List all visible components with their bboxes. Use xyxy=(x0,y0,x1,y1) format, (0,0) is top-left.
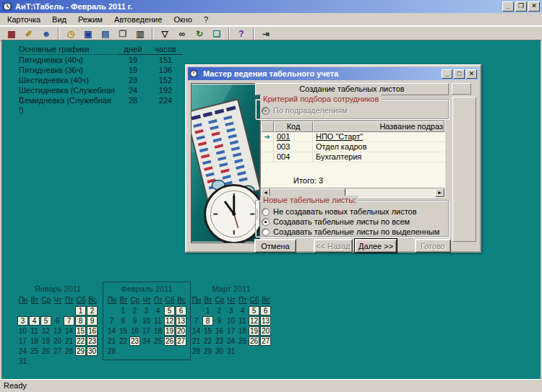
calendar-day[interactable]: 5 xyxy=(249,306,259,315)
table-row[interactable]: 003Отдел кадров xyxy=(261,142,444,152)
calendar-day[interactable]: 28 xyxy=(191,347,202,356)
calendar-day[interactable]: 30 xyxy=(87,347,98,356)
calendar-day[interactable]: 17 xyxy=(225,326,236,336)
calendar-day[interactable]: 14 xyxy=(106,326,117,336)
filter-button[interactable]: ▽ xyxy=(156,27,173,40)
calendar-day[interactable]: 16 xyxy=(214,326,225,336)
timesheet-card-button[interactable]: ▦ xyxy=(3,27,20,40)
dialog-minimize-button[interactable]: _ xyxy=(442,69,452,79)
schedule-row[interactable]: Пятидневка (40ч)19151 xyxy=(19,56,189,66)
calendar-day[interactable]: 15 xyxy=(202,326,213,336)
calendar-day[interactable]: 7 xyxy=(64,316,74,326)
calendar-day[interactable]: 6 xyxy=(52,316,63,326)
print-button[interactable]: ▥ xyxy=(132,27,149,40)
calendar-day[interactable]: 20 xyxy=(176,326,186,336)
calendar-day[interactable]: 3 xyxy=(141,306,152,315)
menu-item-1[interactable]: Вид xyxy=(46,14,72,25)
calendar-day[interactable]: 2 xyxy=(129,306,140,315)
calendar-day[interactable]: 29 xyxy=(75,347,86,356)
table-row[interactable]: 004Бухгалтерия xyxy=(261,152,444,162)
calendar-day[interactable]: 18 xyxy=(237,326,248,336)
dialog-title-bar[interactable]: Мастер ведения табельного учета _ □ ✕ xyxy=(188,67,478,80)
employees-button[interactable]: ☻ xyxy=(38,27,55,40)
calendar-day[interactable]: 17 xyxy=(141,326,152,336)
cards-button[interactable]: ▤ xyxy=(97,27,114,40)
copy-button[interactable]: ❐ xyxy=(114,27,132,40)
calendar-day[interactable]: 25 xyxy=(29,347,40,356)
calendar-day[interactable]: 21 xyxy=(106,336,117,346)
calendar-day[interactable]: 26 xyxy=(164,336,175,346)
exit-button[interactable]: ⇥ xyxy=(257,27,275,40)
calendar-day[interactable]: 9 xyxy=(214,316,225,326)
calendar-day[interactable]: 4 xyxy=(237,306,248,315)
calendar-day[interactable]: 8 xyxy=(202,316,213,326)
calendar-day[interactable]: 15 xyxy=(75,326,86,336)
menu-item-5[interactable]: ? xyxy=(198,14,214,25)
help-button[interactable]: ? xyxy=(233,27,250,40)
calendar-day[interactable]: 8 xyxy=(75,316,86,326)
calendar-day[interactable]: 23 xyxy=(87,336,98,346)
calendar-day[interactable]: 21 xyxy=(64,336,74,346)
calendar-day[interactable]: 1 xyxy=(202,306,213,315)
menu-item-3[interactable]: Автоведение xyxy=(108,14,168,25)
dialog-maximize-button[interactable]: □ xyxy=(454,69,465,79)
calendar-day[interactable]: 26 xyxy=(249,336,259,346)
calendar-day[interactable]: 7 xyxy=(191,316,202,326)
calendar-day[interactable]: 22 xyxy=(75,336,86,346)
close-button[interactable]: ✕ xyxy=(528,1,540,12)
calendar-day[interactable]: 29 xyxy=(202,347,213,356)
wizard-hand-button[interactable]: ✐ xyxy=(20,27,38,40)
calendar-day[interactable]: 11 xyxy=(237,316,248,326)
calendar-day[interactable]: 1 xyxy=(75,306,86,315)
schedule-row[interactable]: Шестидневка (40ч)23152 xyxy=(19,76,189,86)
calendar-day[interactable]: 27 xyxy=(176,336,186,346)
calendar-day[interactable]: 6 xyxy=(260,306,271,315)
calendar-day[interactable]: 17 xyxy=(17,336,28,346)
calendar-day[interactable]: 28 xyxy=(64,347,74,356)
schedule-row[interactable]: Семидневка (Служебная !)28224 xyxy=(19,96,189,106)
calendar-day[interactable]: 7 xyxy=(106,316,117,326)
calendar-day[interactable]: 19 xyxy=(164,326,175,336)
calendar-day[interactable]: 23 xyxy=(214,336,225,346)
calendar-day[interactable]: 20 xyxy=(52,336,63,346)
menu-item-4[interactable]: Окно xyxy=(168,14,198,25)
code-column-header[interactable]: Код xyxy=(274,121,313,132)
calendar-day[interactable]: 23 xyxy=(129,336,140,346)
calendar-day[interactable]: 1 xyxy=(118,306,129,315)
schedule-row[interactable]: Шестидневка (Служебная !)24192 xyxy=(19,86,189,96)
calendar-day[interactable]: 16 xyxy=(129,326,140,336)
refresh-button[interactable]: ↻ xyxy=(191,27,208,40)
save-timesheet-button[interactable]: ▣ xyxy=(79,27,97,40)
calendar-day[interactable]: 18 xyxy=(152,326,163,336)
cancel-button[interactable]: Отмена xyxy=(254,239,296,253)
calendar-day[interactable]: 15 xyxy=(118,326,129,336)
restore-button[interactable]: ❐ xyxy=(515,1,527,12)
calendar-day[interactable]: 10 xyxy=(141,316,152,326)
calendar-day[interactable]: 19 xyxy=(249,326,259,336)
radio-sheets-option-1[interactable]: Создавать табельные листы по всем xyxy=(262,217,410,226)
next-button[interactable]: Далее >> xyxy=(355,239,397,253)
calendar-day[interactable]: 9 xyxy=(129,316,140,326)
calendar-day[interactable]: 16 xyxy=(87,326,98,336)
calendar-day[interactable]: 24 xyxy=(17,347,28,356)
calendar-day[interactable]: 24 xyxy=(141,336,152,346)
calendar-day[interactable]: 9 xyxy=(87,316,98,326)
calendar-day[interactable]: 5 xyxy=(40,316,51,326)
table-row[interactable]: ➔001НПО "Старт" xyxy=(261,132,444,142)
calendar-day[interactable]: 20 xyxy=(260,326,271,336)
menu-item-2[interactable]: Режим xyxy=(72,14,108,25)
calendar-day[interactable]: 11 xyxy=(29,326,40,336)
menu-item-0[interactable]: Карточка xyxy=(1,14,46,25)
schedule-row[interactable]: Пятидневка (36ч)19136 xyxy=(19,66,189,76)
calendar-day[interactable]: 4 xyxy=(29,316,40,326)
calendar-day[interactable]: 27 xyxy=(260,336,271,346)
calendar-day[interactable]: 18 xyxy=(29,336,40,346)
calendar-day[interactable]: 4 xyxy=(152,306,163,315)
dialog-close-button[interactable]: ✕ xyxy=(466,69,477,79)
calendar-day[interactable]: 6 xyxy=(176,306,186,315)
calendar-day[interactable]: 5 xyxy=(164,306,175,315)
calendar-day[interactable]: 19 xyxy=(40,336,51,346)
calendar-day[interactable]: 31 xyxy=(17,357,28,366)
calendar-day[interactable]: 2 xyxy=(214,306,225,315)
name-column-header[interactable]: Название подраз xyxy=(313,121,444,132)
